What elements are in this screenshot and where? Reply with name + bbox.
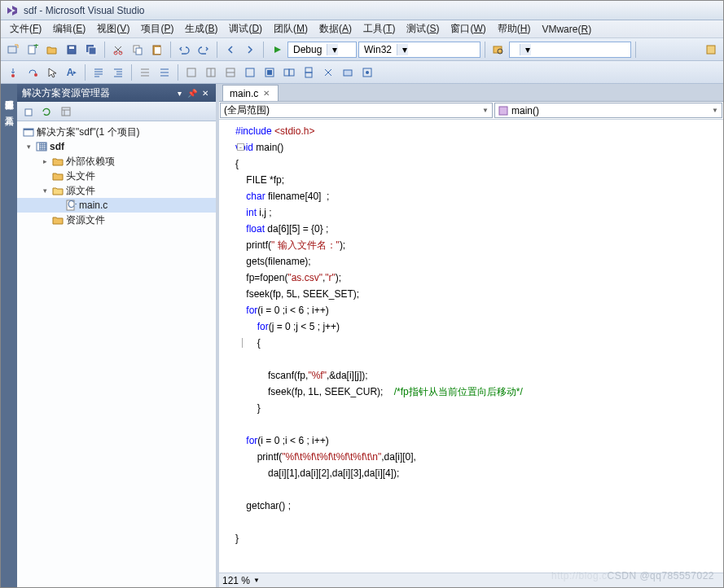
solution-explorer-panel: 解决方案资源管理器 ▾ 📌 ✕ 解决方案"sdf"(1 个项目) ▾ ▦ sdf…: [17, 84, 219, 587]
text-icon[interactable]: A▸: [63, 64, 81, 81]
redo-button[interactable]: [195, 41, 213, 59]
open-button[interactable]: [43, 41, 61, 59]
file-tab-label: main.c: [230, 88, 258, 99]
panel-refresh-button[interactable]: [38, 103, 55, 120]
window-button-10[interactable]: [358, 64, 376, 81]
panel-properties-button[interactable]: [58, 103, 74, 120]
step-into-button[interactable]: [4, 64, 22, 81]
svg-text:▦: ▦: [38, 141, 47, 151]
expand-icon[interactable]: ▸: [40, 157, 50, 165]
window-button-3[interactable]: [222, 64, 239, 81]
platform-dropdown[interactable]: Win32▾: [358, 42, 480, 58]
window-button-1[interactable]: [182, 64, 200, 81]
side-tab-toolbox[interactable]: 工具箱: [2, 103, 17, 116]
svg-rect-4: [69, 46, 74, 49]
folder-icon: [51, 155, 64, 168]
save-all-button[interactable]: [82, 41, 100, 59]
menu-项目[interactable]: 项目(P): [135, 20, 179, 37]
window-button-5[interactable]: [261, 64, 279, 81]
menu-数据[interactable]: 数据(A): [314, 20, 358, 37]
file-tab-main-c[interactable]: main.c ✕: [222, 85, 279, 101]
panel-toolbar: [17, 102, 216, 121]
window-button-2[interactable]: [202, 64, 220, 81]
collapse-icon[interactable]: ▾: [40, 186, 50, 195]
menu-测试[interactable]: 测试(S): [401, 20, 445, 37]
expand-icon[interactable]: ▾: [24, 143, 33, 151]
status-bar: 121 % ▼: [219, 573, 723, 587]
new-project-button[interactable]: [4, 41, 22, 59]
panel-home-button[interactable]: [20, 103, 37, 120]
svg-rect-26: [305, 68, 312, 72]
menu-工具[interactable]: 工具(T): [358, 20, 401, 37]
scope-dropdown[interactable]: (全局范围)▼: [220, 103, 493, 118]
panel-close-icon[interactable]: ✕: [200, 89, 211, 98]
start-debug-button[interactable]: [268, 41, 286, 59]
project-icon: ▦: [35, 140, 48, 153]
indent-inc-button[interactable]: [109, 64, 127, 81]
add-item-button[interactable]: +: [24, 41, 42, 59]
zoom-dropdown-icon[interactable]: ▼: [253, 577, 260, 584]
cut-button[interactable]: [109, 41, 127, 59]
svg-point-30: [366, 71, 369, 74]
copy-button[interactable]: [129, 41, 147, 59]
svg-rect-10: [136, 48, 142, 55]
save-button[interactable]: [63, 41, 81, 59]
code-editor[interactable]: #include <stdio.h>-void main(){ FILE *fp…: [219, 120, 723, 573]
extra-button[interactable]: [702, 41, 720, 59]
svg-rect-0: [8, 46, 16, 53]
find-dropdown[interactable]: ▾: [509, 42, 631, 58]
menu-窗口[interactable]: 窗口(W): [445, 20, 491, 37]
tree-headers[interactable]: 头文件: [17, 169, 216, 183]
tab-close-icon[interactable]: ✕: [263, 89, 270, 98]
svg-rect-39: [499, 107, 507, 115]
vs-logo-icon: [6, 4, 19, 17]
tree-resources[interactable]: 资源文件: [17, 213, 216, 227]
nav-fwd-button[interactable]: [241, 41, 259, 59]
title-bar: sdf - Microsoft Visual Studio: [1, 1, 723, 20]
tree-project[interactable]: ▾ ▦ sdf: [17, 139, 216, 154]
solution-icon: [22, 125, 35, 138]
nav-back-button[interactable]: [222, 41, 239, 59]
window-button-4[interactable]: [241, 64, 259, 81]
toolbar-main: + Debug▾ Win32▾ ▾: [1, 38, 723, 61]
comment-button[interactable]: [136, 64, 154, 81]
menu-编辑[interactable]: 编辑(E): [47, 20, 91, 37]
panel-pin-icon[interactable]: 📌: [186, 89, 198, 98]
toolbar-debug: A▸: [1, 61, 723, 84]
menu-生成[interactable]: 生成(B): [179, 20, 223, 37]
symbol-dropdown[interactable]: main()▼: [494, 103, 722, 118]
cpp-file-icon: C+: [64, 199, 77, 212]
menu-团队[interactable]: 团队(M): [268, 20, 314, 37]
svg-rect-12: [155, 47, 160, 54]
menu-调试[interactable]: 调试(D): [223, 20, 268, 37]
step-over-button[interactable]: [24, 64, 42, 81]
tree-ext-deps[interactable]: ▸ 外部依赖项: [17, 154, 216, 169]
panel-header: 解决方案资源管理器 ▾ 📌 ✕: [17, 84, 216, 102]
window-title: sdf - Microsoft Visual Studio: [24, 5, 145, 16]
find-in-files-button[interactable]: [489, 41, 507, 59]
menu-VMware[interactable]: VMware(R): [536, 22, 597, 37]
svg-text:C+: C+: [68, 200, 77, 210]
menu-文件[interactable]: 文件(F): [4, 20, 47, 37]
paste-button[interactable]: [148, 41, 166, 59]
svg-rect-34: [24, 129, 33, 130]
window-button-8[interactable]: [319, 64, 337, 81]
uncomment-button[interactable]: [156, 64, 173, 81]
tree-sources[interactable]: ▾ 源文件: [17, 183, 216, 198]
svg-rect-15: [707, 46, 715, 54]
config-dropdown[interactable]: Debug▾: [287, 42, 357, 58]
window-button-6[interactable]: [280, 64, 298, 81]
undo-button[interactable]: [175, 41, 193, 59]
tree-file-main-c[interactable]: C+ main.c: [17, 198, 216, 213]
window-button-9[interactable]: [339, 64, 357, 81]
menu-帮助[interactable]: 帮助(H): [492, 20, 537, 37]
indent-dec-button[interactable]: [90, 64, 108, 81]
side-tab-server-explorer[interactable]: 服务器资源管理器: [2, 87, 17, 100]
panel-dropdown-icon[interactable]: ▾: [173, 89, 185, 98]
cursor-icon[interactable]: [43, 64, 61, 81]
svg-rect-25: [289, 69, 294, 76]
zoom-level[interactable]: 121 %: [222, 575, 250, 586]
window-button-7[interactable]: [300, 64, 318, 81]
tree-solution[interactable]: 解决方案"sdf"(1 个项目): [17, 125, 216, 139]
menu-视图[interactable]: 视图(V): [91, 20, 135, 37]
